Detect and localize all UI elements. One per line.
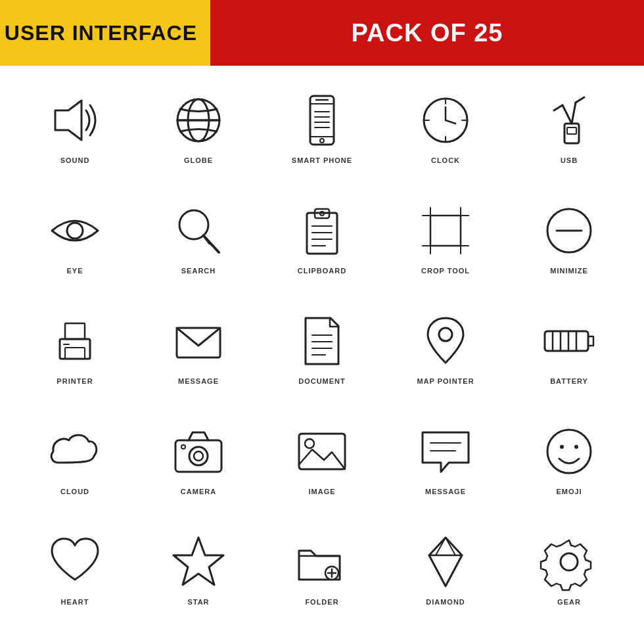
svg-rect-22 (567, 127, 576, 134)
icon-cell-heart: HEART (13, 514, 137, 624)
icon-cell-minimize: MINIMIZE (507, 183, 631, 293)
icon-cell-diamond: DIAMOND (384, 514, 507, 624)
svg-point-27 (67, 223, 83, 239)
svg-point-73 (560, 445, 564, 449)
folder-label: FOLDER (305, 598, 338, 606)
header: USER INTERFACE PACK OF 25 (0, 0, 644, 66)
svg-rect-59 (545, 331, 588, 351)
sound-icon (45, 91, 104, 150)
gear-label: GEAR (557, 598, 581, 606)
usb-icon (540, 91, 599, 150)
icon-cell-clipboard: CLIPBOARD (260, 183, 384, 293)
icon-grid: SOUND GLOBE (0, 66, 644, 631)
svg-line-23 (572, 103, 576, 124)
message-envelope-icon (169, 311, 228, 371)
camera-label: CAMERA (181, 488, 216, 495)
cloud-icon (45, 422, 104, 481)
crop-label: CROP TOOL (421, 267, 470, 275)
usb-label: USB (561, 156, 578, 164)
printer-icon (45, 311, 104, 371)
svg-rect-50 (65, 348, 85, 359)
clipboard-label: CLIPBOARD (298, 267, 346, 275)
icon-cell-eye: EYE (13, 183, 137, 293)
icon-cell-crop: CROP TOOL (384, 183, 507, 293)
document-label: DOCUMENT (298, 377, 346, 385)
header-pack-label: PACK OF 25 (351, 19, 503, 47)
cloud-label: CLOUD (60, 488, 89, 495)
svg-marker-0 (55, 101, 81, 140)
diamond-label: DIAMOND (426, 598, 465, 606)
globe-icon (169, 91, 228, 150)
svg-marker-80 (429, 538, 462, 586)
icon-cell-document: DOCUMENT (260, 293, 384, 403)
icon-cell-clock: CLOCK (384, 72, 507, 183)
svg-line-26 (554, 105, 563, 110)
svg-line-24 (576, 97, 584, 103)
svg-line-25 (563, 105, 572, 124)
svg-marker-75 (173, 538, 223, 585)
svg-line-20 (446, 120, 455, 124)
search-icon (169, 201, 228, 260)
crop-icon (416, 201, 475, 260)
header-yellow-section: USER INTERFACE (0, 0, 210, 66)
sound-label: SOUND (60, 156, 90, 164)
icon-cell-folder: FOLDER (260, 514, 384, 624)
folder-icon (292, 532, 352, 591)
search-label: SEARCH (181, 267, 216, 275)
message-bubble-icon (416, 422, 475, 481)
svg-point-74 (574, 445, 578, 449)
emoji-icon (540, 422, 599, 481)
svg-point-66 (194, 451, 203, 461)
svg-point-67 (181, 445, 185, 449)
icon-cell-emoji: EMOJI (507, 403, 631, 514)
message-bubble-label: MESSAGE (425, 488, 466, 495)
icon-cell-printer: PRINTER (13, 293, 137, 403)
clipboard-icon (292, 201, 352, 260)
clock-label: CLOCK (431, 156, 460, 164)
icon-cell-cloud: CLOUD (13, 403, 137, 514)
icon-cell-map-pointer: MAP POINTER (384, 293, 507, 403)
heart-icon (45, 532, 104, 591)
smartphone-label: SMART PHONE (292, 156, 352, 164)
emoji-label: EMOJI (556, 488, 582, 495)
header-title: USER INTERFACE (5, 21, 197, 45)
svg-rect-68 (299, 434, 345, 469)
heart-label: HEART (61, 598, 89, 606)
icon-cell-camera: CAMERA (137, 403, 260, 514)
battery-icon (540, 311, 599, 371)
star-icon (169, 532, 228, 591)
camera-icon (169, 422, 228, 481)
minimize-icon (540, 201, 599, 260)
svg-rect-38 (430, 216, 461, 246)
svg-rect-51 (65, 323, 85, 339)
header-red-section: PACK OF 25 (210, 0, 644, 66)
gear-icon (540, 532, 599, 591)
icon-cell-smartphone: SMART PHONE (260, 72, 384, 183)
icon-cell-search: SEARCH (137, 183, 260, 293)
eye-icon (45, 201, 104, 260)
svg-point-85 (561, 553, 578, 570)
icon-cell-message-env: MESSAGE (137, 293, 260, 403)
printer-label: PRINTER (57, 377, 93, 385)
icon-cell-gear: GEAR (507, 514, 631, 624)
icon-cell-sound: SOUND (13, 72, 137, 183)
map-pointer-icon (416, 311, 475, 371)
eye-label: EYE (66, 267, 83, 275)
globe-label: GLOBE (184, 156, 213, 164)
icon-cell-image: IMAGE (260, 403, 384, 514)
icon-cell-globe: GLOBE (137, 72, 260, 183)
svg-point-69 (305, 439, 314, 448)
image-label: IMAGE (308, 488, 335, 495)
icon-cell-battery: BATTERY (507, 293, 631, 403)
svg-rect-49 (60, 339, 90, 359)
svg-point-65 (189, 447, 208, 465)
document-icon (292, 311, 352, 371)
svg-point-58 (439, 328, 452, 341)
map-pointer-label: MAP POINTER (417, 377, 474, 385)
icon-cell-usb: USB (507, 72, 631, 183)
image-icon (292, 422, 352, 481)
icon-cell-message-bubble: MESSAGE (384, 403, 507, 514)
smartphone-icon (292, 91, 352, 150)
diamond-icon (416, 532, 475, 591)
svg-point-72 (547, 430, 591, 473)
